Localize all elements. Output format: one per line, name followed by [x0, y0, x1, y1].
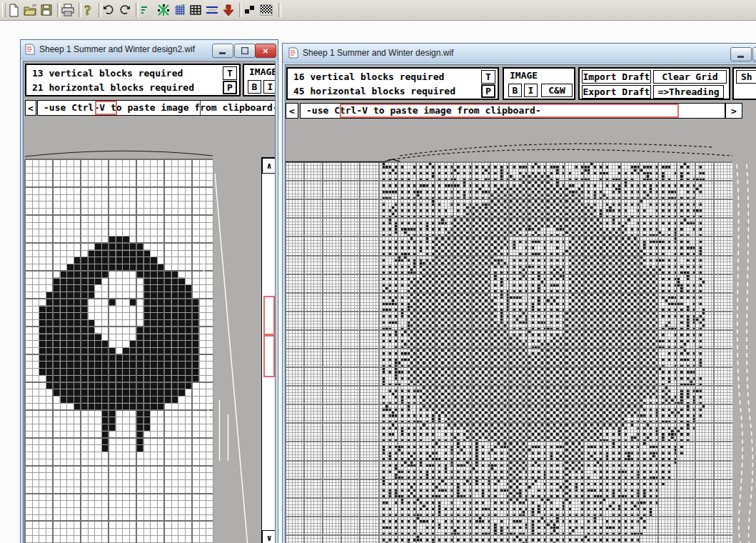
undo-icon[interactable] [101, 2, 116, 18]
vertical-blocks-text: 13 vertical blocks required [32, 68, 183, 79]
close-button[interactable]: ✕ [255, 44, 276, 58]
t-button[interactable]: T [481, 70, 495, 84]
export-draft-button[interactable]: Export Draft [582, 85, 651, 99]
minimize-button[interactable] [730, 47, 752, 61]
threading-button[interactable]: =>Threading [653, 85, 724, 99]
help-icon[interactable]: ? [81, 2, 96, 18]
redo-icon[interactable] [117, 2, 133, 18]
vscroll-red-box-1[interactable] [263, 296, 275, 335]
cw-button[interactable]: C&W [541, 84, 573, 97]
design-titlebar[interactable]: Sheep 1 Summer and Winter design.wif [283, 44, 756, 63]
scroll-left-button[interactable]: < [25, 100, 36, 116]
image-box: IMAGE B I C&W [503, 67, 575, 100]
horizontal-blocks-text: 21 horizontal blocks required [32, 82, 194, 93]
pattern-grid-icon[interactable] [172, 2, 188, 18]
draft-actions-box: Import Draft Clear Grid Export Draft =>T… [578, 67, 730, 100]
toolbar-separator [278, 3, 281, 17]
hscroll-thumb[interactable] [95, 101, 117, 115]
import-arrow-icon[interactable] [221, 2, 236, 18]
scroll-left-button[interactable]: < [286, 103, 298, 119]
track-divider [200, 101, 201, 115]
sh-button[interactable]: Sh [736, 70, 756, 84]
i-button[interactable]: I [524, 84, 538, 97]
scroll-up-button[interactable]: ∧ [262, 158, 276, 174]
design-weave-canvas[interactable] [286, 120, 756, 543]
save-icon[interactable] [39, 2, 54, 18]
horizontal-blocks-text: 45 horizontal blocks required [293, 86, 455, 96]
blocks-info-box: 13 vertical blocks required 21 horizonta… [25, 64, 241, 96]
design2-window: Sheep 1 Summer and Winter design2.wif ✕ … [20, 39, 278, 543]
window-title: Sheep 1 Summer and Winter design2.wif [39, 44, 195, 54]
window-title: Sheep 1 Summer and Winter design.wif [303, 48, 453, 58]
blocks-info-box: 16 vertical blocks required 45 horizonta… [286, 67, 499, 100]
vertical-scrollbar[interactable]: ∧ ∨ [261, 157, 276, 543]
wif-document-icon [25, 44, 35, 55]
p-button[interactable]: P [481, 84, 495, 98]
tieup-cross-icon[interactable] [156, 2, 171, 18]
paste-hint-text: -use Ctrl-V to paste image from clipboar… [44, 102, 276, 113]
design-window: Sheep 1 Summer and Winter design.wif 16 … [282, 43, 756, 543]
p-button[interactable]: P [223, 81, 237, 94]
design2-content: 13 vertical blocks required 21 horizonta… [23, 61, 276, 543]
t-button[interactable]: T [223, 66, 237, 80]
threading-bars-icon[interactable] [138, 2, 153, 18]
dither-icon[interactable] [258, 2, 274, 18]
partial-box: Sh [732, 67, 756, 100]
maximize-button[interactable] [752, 47, 756, 61]
import-draft-button[interactable]: Import Draft [582, 70, 651, 84]
scroll-right-button[interactable]: > [725, 103, 742, 119]
vertical-blocks-text: 16 vertical blocks required [293, 71, 444, 82]
new-document-icon[interactable] [6, 2, 21, 18]
b-button[interactable]: B [248, 80, 261, 94]
blocks-icon[interactable] [242, 2, 258, 18]
b-button[interactable]: B [508, 84, 522, 97]
main-toolbar: ? [0, 0, 756, 21]
hscroll-thumb[interactable] [340, 104, 679, 118]
minimize-button[interactable] [212, 44, 233, 58]
open-folder-icon[interactable] [22, 2, 38, 18]
i-button[interactable]: I [263, 80, 276, 94]
wif-document-icon [288, 47, 298, 59]
design-canvas-area [286, 120, 756, 543]
grid-icon[interactable] [188, 2, 203, 18]
paste-hint-track[interactable]: -use Ctrl-V to paste image from clipboar… [300, 103, 725, 119]
image-box: IMAGE B I [243, 64, 276, 96]
scroll-down-button[interactable]: ∨ [262, 530, 276, 543]
maximize-button[interactable] [234, 44, 256, 58]
design-content: 16 vertical blocks required 45 horizonta… [285, 64, 756, 543]
design2-grid-canvas[interactable] [24, 120, 276, 543]
image-label: IMAGE [249, 66, 276, 77]
mdi-workspace: Sheep 1 Summer and Winter design2.wif ✕ … [0, 21, 756, 543]
image-label: IMAGE [510, 70, 538, 81]
design2-canvas-area: ∧ ∨ [24, 120, 276, 543]
weave-lines-icon[interactable] [204, 2, 220, 18]
paste-hint-track[interactable]: -use Ctrl-V to paste image from clipboar… [37, 100, 276, 116]
svg-text:?: ? [84, 3, 91, 17]
vscroll-red-box-2[interactable] [263, 335, 275, 377]
clear-grid-button[interactable]: Clear Grid [653, 70, 727, 84]
print-icon[interactable] [60, 2, 76, 18]
design2-titlebar[interactable]: Sheep 1 Summer and Winter design2.wif ✕ [21, 40, 278, 59]
